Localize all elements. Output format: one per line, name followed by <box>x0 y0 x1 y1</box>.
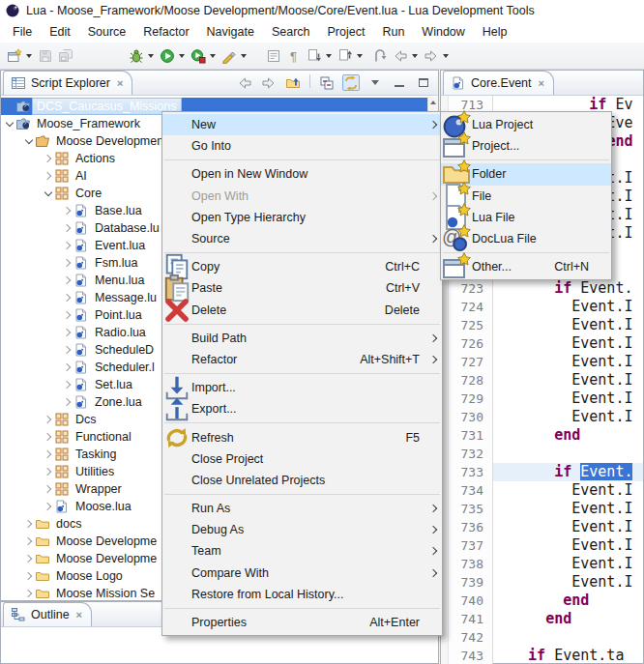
back-button[interactable] <box>236 74 253 91</box>
menubar-item-help[interactable]: Help <box>474 23 516 41</box>
chevron-collapsed-icon[interactable] <box>42 429 54 445</box>
chevron-collapsed-icon[interactable] <box>61 360 73 375</box>
tab-outline[interactable]: Outline × <box>3 602 92 626</box>
collapse-all-button[interactable] <box>318 74 336 91</box>
chevron-collapsed-icon[interactable] <box>61 394 73 410</box>
tab-close-icon[interactable]: × <box>537 78 544 89</box>
chevron-collapsed-icon[interactable] <box>22 568 35 584</box>
chevron-expanded-icon[interactable] <box>42 186 54 201</box>
code-text[interactable]: Event.I <box>493 316 643 334</box>
menubar-item-source[interactable]: Source <box>79 23 135 41</box>
chevron-expanded-icon[interactable] <box>22 133 35 149</box>
menubar-item-navigate[interactable]: Navigate <box>198 23 263 41</box>
code-text[interactable]: Event.I <box>493 353 643 371</box>
code-text[interactable]: Event.I <box>493 500 643 518</box>
toolbar-button-back[interactable] <box>391 45 422 67</box>
menu-item-open-with[interactable]: Open With <box>162 186 442 207</box>
chevron-collapsed-icon[interactable] <box>61 255 73 271</box>
forward-button[interactable] <box>260 74 278 91</box>
menubar-item-search[interactable]: Search <box>263 23 319 41</box>
code-text[interactable]: Event.I <box>493 536 643 555</box>
chevron-collapsed-icon[interactable] <box>22 516 35 532</box>
chevron-collapsed-icon[interactable] <box>22 534 35 549</box>
code-text[interactable] <box>493 445 643 463</box>
code-text[interactable]: Event.I <box>493 298 643 316</box>
code-text[interactable]: Event.I <box>493 573 643 592</box>
menu-item-open-type-hierarchy[interactable]: Open Type Hierarchy <box>162 207 442 228</box>
chevron-collapsed-icon[interactable] <box>42 151 54 166</box>
menubar-item-project[interactable]: Project <box>319 23 374 41</box>
chevron-collapsed-icon[interactable] <box>22 551 35 566</box>
code-text[interactable]: Event.I <box>493 408 643 426</box>
menu-item-export[interactable]: Export... <box>162 398 442 419</box>
chevron-collapsed-icon[interactable] <box>61 325 73 340</box>
chevron-collapsed-icon[interactable] <box>42 412 54 427</box>
toolbar-button-run[interactable] <box>158 45 189 67</box>
menu-item-doclua-file[interactable]: @DocLua File <box>441 228 611 249</box>
view-menu-icon[interactable] <box>366 74 384 91</box>
menubar-item-run[interactable]: Run <box>373 23 413 41</box>
chevron-collapsed-icon[interactable] <box>22 586 35 601</box>
toolbar-button-coverage[interactable] <box>189 45 220 67</box>
dropdown-caret-icon[interactable] <box>443 54 449 58</box>
dropdown-caret-icon[interactable] <box>326 54 332 58</box>
chevron-collapsed-icon[interactable] <box>42 499 54 514</box>
dropdown-caret-icon[interactable] <box>357 54 363 58</box>
menu-item-close-project[interactable]: Close Project <box>162 448 442 470</box>
code-text[interactable]: end <box>493 426 643 445</box>
toolbar-button-debug[interactable] <box>127 45 158 67</box>
chevron-collapsed-icon[interactable] <box>61 203 73 218</box>
toolbar-button-last-edit-location[interactable] <box>370 45 391 67</box>
menubar-item-refactor[interactable]: Refactor <box>134 23 197 41</box>
menubar-item-edit[interactable]: Edit <box>41 23 79 41</box>
menu-item-compare-with[interactable]: Compare With <box>162 563 442 584</box>
menu-item-build-path[interactable]: Build Path <box>162 328 442 349</box>
dropdown-caret-icon[interactable] <box>210 54 216 58</box>
toolbar-button-external-tools[interactable] <box>220 45 250 67</box>
link-editor-button[interactable] <box>342 74 360 91</box>
menu-item-go-into[interactable]: Go Into <box>162 135 442 157</box>
toolbar-button-prev-annotation[interactable] <box>336 45 366 67</box>
toolbar-button-show-whitespace[interactable]: ¶ <box>284 45 305 67</box>
chevron-collapsed-icon[interactable] <box>61 273 73 288</box>
tab-close-icon[interactable]: × <box>74 610 82 621</box>
tab-core-event[interactable]: Core.Event × <box>443 71 554 95</box>
chevron-collapsed-icon[interactable] <box>42 447 54 462</box>
code-text[interactable]: Event.I <box>493 390 643 408</box>
chevron-collapsed-icon[interactable] <box>61 377 73 392</box>
menu-item-close-unrelated-projects[interactable]: Close Unrelated Projects <box>162 470 442 491</box>
menu-item-paste[interactable]: PasteCtrl+V <box>162 277 442 299</box>
chevron-none[interactable] <box>3 99 15 114</box>
menu-item-refactor[interactable]: RefactorAlt+Shift+T <box>162 349 442 370</box>
menu-item-refresh[interactable]: RefreshF5 <box>162 426 442 447</box>
chevron-collapsed-icon[interactable] <box>61 342 73 358</box>
chevron-expanded-icon[interactable] <box>3 116 15 131</box>
code-text[interactable]: Event.I <box>493 555 643 573</box>
toolbar-button-next-annotation[interactable] <box>305 45 336 67</box>
menu-item-debug-as[interactable]: Debug As <box>162 519 442 540</box>
code-text[interactable]: if Event.ta <box>493 647 643 664</box>
chevron-collapsed-icon[interactable] <box>61 220 73 236</box>
toolbar-button-save[interactable] <box>36 45 56 67</box>
code-text[interactable]: end <box>493 610 643 628</box>
code-text[interactable]: end <box>493 592 643 610</box>
chevron-collapsed-icon[interactable] <box>61 307 73 323</box>
menu-item-open-in-new-window[interactable]: Open in New Window <box>162 163 442 185</box>
code-text[interactable] <box>493 628 643 647</box>
dropdown-caret-icon[interactable] <box>241 54 247 58</box>
menu-item-other[interactable]: Other...Ctrl+N <box>441 256 611 277</box>
menubar-item-window[interactable]: Window <box>413 23 473 41</box>
code-text[interactable]: Event.I <box>493 481 643 500</box>
menu-item-restore-from-local-history[interactable]: Restore from Local History... <box>162 584 442 605</box>
code-text[interactable]: if Event. <box>493 463 643 481</box>
code-text[interactable]: Event.I <box>493 371 643 390</box>
maximize-icon[interactable] <box>415 74 432 91</box>
menu-item-project[interactable]: Project... <box>441 135 611 157</box>
menubar-item-file[interactable]: File <box>4 23 41 41</box>
code-text[interactable]: Event.I <box>493 518 643 536</box>
tab-script-explorer[interactable]: Script Explorer × <box>3 71 132 95</box>
menu-item-source[interactable]: Source <box>162 228 442 249</box>
menu-item-copy[interactable]: CopyCtrl+C <box>162 256 442 277</box>
toolbar-button-new-wizard[interactable] <box>5 45 36 67</box>
chevron-collapsed-icon[interactable] <box>42 464 54 479</box>
